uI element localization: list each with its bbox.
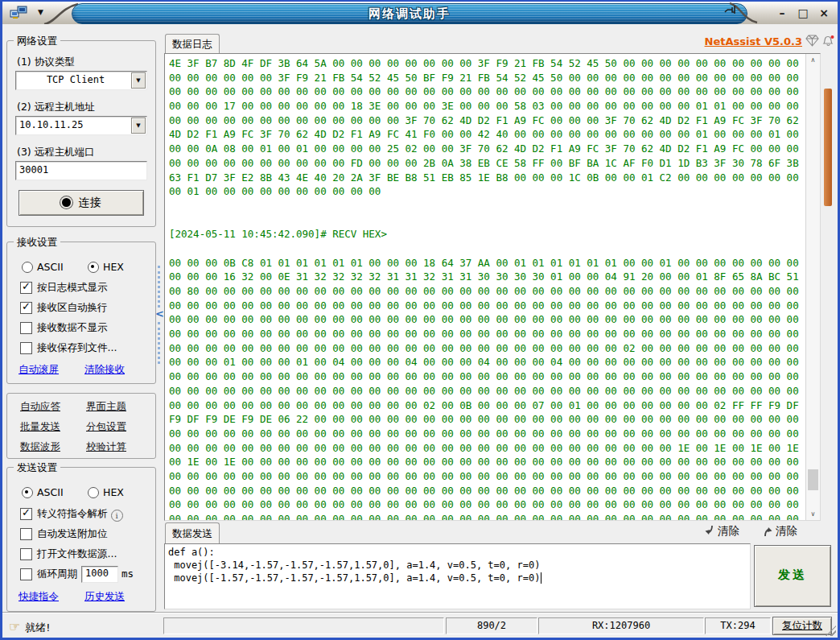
hex-log-line: 00 00 00 00 00 00 3F F9 21 FB 54 52 45 5… (169, 71, 803, 85)
hex-log-line: 00 00 00 00 00 00 00 00 00 00 00 00 00 0… (169, 384, 803, 398)
checkbox-append-bit[interactable] (20, 528, 32, 540)
link-checksum-calc[interactable]: 校验计算 (86, 440, 126, 454)
minimize-button[interactable]: – (773, 5, 791, 21)
splitter-dots-bottom[interactable] (158, 322, 160, 364)
pin-icon[interactable] (722, 3, 739, 19)
link-batch-send[interactable]: 批量发送 (20, 420, 60, 434)
hex-log-line: [2024-05-11 10:45:42.090]# RECV HEX> (169, 227, 803, 242)
checkbox-auto-wrap[interactable] (20, 302, 32, 314)
host-value: 10.10.11.25 (19, 118, 132, 132)
clear-send-button[interactable]: 清除 (762, 524, 797, 540)
tools-box: 自动应答 界面主题 批量发送 分包设置 数据波形 校验计算 (6, 393, 156, 459)
cycle-period-input[interactable]: 1000 (81, 566, 118, 583)
link-autoscroll[interactable]: 自动滚屏 (19, 363, 59, 377)
gem-icon[interactable] (805, 35, 819, 49)
clear-receive-button[interactable]: 清除 (704, 524, 739, 540)
data-send-textbox[interactable]: def a(): movej([-3.14,-1.57,-1.57,-1.57,… (164, 543, 751, 609)
receive-radio-hex-label: HEX (103, 261, 124, 273)
data-log-textbox[interactable]: 4E 3F B7 8D 4F DF 3B 64 5A 00 00 00 00 0… (164, 53, 821, 521)
checkbox-log-mode[interactable] (20, 282, 32, 294)
hex-log-line: 00 1E 00 1E 00 00 00 00 00 00 00 00 00 0… (169, 455, 803, 469)
checkbox-hide-data-label: 接收数据不显示 (37, 321, 108, 335)
app-body: 网络设置 (1) 协议类型 TCP Client ▼ (2) 远程主机地址 10… (2, 24, 838, 638)
clear-down-icon (704, 525, 715, 537)
hex-log-line: 00 00 00 00 00 00 00 00 00 00 00 00 00 0… (169, 427, 803, 441)
receive-radio-ascii[interactable] (22, 262, 33, 273)
link-ui-theme[interactable]: 界面主题 (86, 400, 126, 414)
maximize-button[interactable]: □ (794, 5, 812, 21)
tab-data-log[interactable]: 数据日志 (165, 34, 220, 55)
hex-log-line: 00 00 00 00 00 00 00 00 00 00 00 00 00 0… (169, 398, 803, 413)
checkbox-hide-data[interactable] (20, 322, 32, 334)
log-vertical-scrollbar[interactable]: ∧ ∨ (805, 54, 820, 520)
network-group-title: 网络设置 (14, 35, 60, 48)
connect-button[interactable]: 连接 (19, 190, 144, 216)
status-empty-cell (163, 617, 444, 634)
hex-log-line: 00 00 00 00 00 00 00 00 00 00 00 00 00 0… (169, 484, 803, 498)
bell-icon[interactable] (821, 35, 835, 49)
port-label: (3) 远程主机端口 (17, 146, 95, 159)
scrollbar-thumb[interactable] (808, 469, 818, 490)
send-radio-ascii-label: ASCII (37, 486, 64, 498)
hex-log-line: 00 00 00 00 00 00 00 00 00 00 00 00 00 0… (169, 299, 803, 313)
window-edge-strip (824, 89, 832, 206)
reset-counter-button[interactable]: 复位计数 (772, 617, 832, 635)
hex-log-line: 00 00 00 01 00 00 00 01 00 04 00 00 00 0… (169, 355, 803, 370)
checkbox-append-bit-label: 自动发送附加位 (37, 527, 108, 541)
splitter-collapse-icon[interactable]: < (155, 308, 164, 320)
protocol-dropdown-icon[interactable]: ▼ (131, 72, 146, 89)
send-group-title: 发送设置 (14, 461, 60, 475)
connect-label: 连接 (79, 196, 101, 209)
checkbox-save-to-file[interactable] (20, 342, 32, 354)
hex-log-line: 00 00 00 00 00 00 00 00 00 00 FD 00 00 0… (169, 156, 803, 171)
hex-log-line: 4E 3F B7 8D 4F DF 3B 64 5A 00 00 00 00 0… (169, 56, 803, 71)
hex-log-line: 00 00 00 00 00 00 00 00 00 00 00 00 00 0… (169, 370, 803, 384)
hex-log-line: 00 00 00 00 00 00 00 00 00 00 00 00 00 0… (169, 512, 803, 520)
send-radio-ascii[interactable] (22, 487, 33, 498)
status-ready: ☞就绪! (9, 619, 51, 635)
app-network-icon[interactable] (10, 6, 29, 23)
netassist-version-link[interactable]: NetAssist V5.0.3 (705, 35, 802, 47)
network-settings-group: 网络设置 (1) 协议类型 TCP Client ▼ (2) 远程主机地址 10… (6, 40, 156, 227)
receive-radio-hex[interactable] (88, 262, 99, 273)
link-quick-commands[interactable]: 快捷指令 (19, 590, 59, 604)
send-text: def a(): movej([-3.14,-1.57,-1.57,-1.57,… (168, 546, 750, 584)
host-dropdown-icon[interactable]: ▼ (131, 118, 146, 134)
cycle-period-value: 1000 (85, 568, 116, 580)
protocol-label: (1) 协议类型 (17, 56, 75, 69)
send-settings-group: 发送设置 ASCII HEX 转义符指令解析i 自动发送附加位 打开文件数据源.… (6, 467, 156, 612)
connect-state-icon (62, 198, 71, 207)
splitter-dots-top[interactable] (158, 266, 160, 308)
receive-group-title: 接收设置 (14, 236, 60, 250)
checkbox-escape-parse[interactable] (20, 508, 32, 520)
protocol-combobox[interactable]: TCP Client ▼ (15, 71, 147, 90)
titlebar[interactable]: ▼ 网络调试助手 – □ × (2, 2, 838, 25)
link-send-history[interactable]: 历史发送 (84, 590, 125, 604)
netassist-window: ▼ 网络调试助手 – □ × 网络设置 (1) 协议类型 TCP Client … (0, 0, 840, 640)
hex-log-line: 00 00 00 00 00 00 00 00 00 00 00 00 00 0… (169, 341, 803, 356)
link-clear-receive[interactable]: 清除接收 (84, 363, 125, 377)
title-pill: 网络调试助手 (72, 3, 747, 24)
link-data-wave[interactable]: 数据波形 (20, 440, 60, 454)
hex-log-line: 00 80 00 00 00 00 00 00 00 00 00 00 00 0… (169, 284, 803, 299)
tab-data-send[interactable]: 数据发送 (165, 522, 220, 544)
hex-log-line: 00 00 00 00 00 00 00 00 00 00 00 00 00 0… (169, 441, 803, 456)
tab-data-log-label: 数据日志 (172, 38, 212, 50)
checkbox-auto-wrap-label: 接收区自动换行 (37, 301, 108, 315)
link-auto-reply[interactable]: 自动应答 (20, 400, 60, 414)
info-icon[interactable]: i (111, 510, 123, 522)
port-input[interactable]: 30001 (15, 161, 147, 180)
scrollbar-down-icon[interactable]: ∨ (806, 508, 820, 520)
hex-log-line (169, 213, 803, 228)
checkbox-file-source[interactable] (20, 548, 32, 560)
hex-log-line: 00 00 00 0B C8 01 01 01 01 01 01 00 00 0… (169, 256, 803, 270)
status-counter: 890/2 (446, 617, 537, 634)
hex-log-line: F9 DF F9 DE F9 DE 06 22 00 00 00 00 00 0… (169, 412, 803, 427)
send-radio-hex[interactable] (88, 487, 99, 498)
checkbox-cycle-send[interactable] (20, 568, 32, 580)
link-packet-config[interactable]: 分包设置 (86, 420, 126, 434)
close-button[interactable]: × (815, 5, 833, 21)
scrollbar-up-icon[interactable]: ∧ (806, 54, 820, 66)
host-combobox[interactable]: 10.10.11.25 ▼ (15, 116, 147, 135)
send-button[interactable]: 发送 (754, 545, 831, 607)
